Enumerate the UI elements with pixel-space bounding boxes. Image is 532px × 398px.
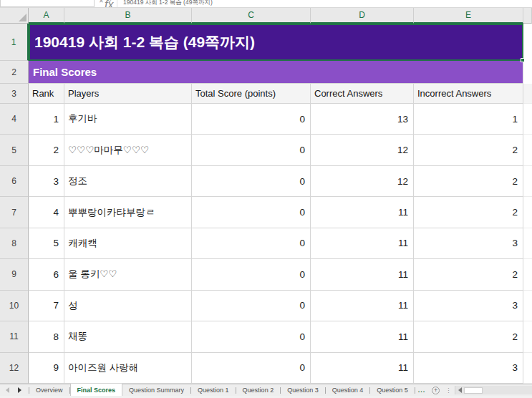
player-cell[interactable]: 캐캐캑 — [64, 228, 192, 259]
add-sheet-button[interactable]: + — [432, 387, 440, 394]
row-header-9[interactable]: 9 — [0, 259, 29, 290]
header-total-score[interactable]: Total Score (points) — [192, 84, 311, 104]
player-cell[interactable]: 울 롱키♡♡ — [64, 259, 192, 290]
tab-question-4[interactable]: Question 4 — [326, 384, 370, 396]
row-header-8[interactable]: 8 — [0, 228, 29, 259]
cell-f1[interactable] — [523, 24, 532, 61]
rank-cell[interactable]: 9 — [29, 353, 64, 384]
incorrect-cell[interactable]: 3 — [414, 353, 523, 384]
row-header-2[interactable]: 2 — [0, 61, 29, 84]
player-cell[interactable]: 채똥 — [64, 321, 192, 352]
column-header-f-sliver[interactable] — [523, 8, 532, 24]
tab-question-3[interactable]: Question 3 — [281, 384, 325, 396]
score-cell[interactable]: 0 — [192, 104, 311, 135]
score-cell[interactable]: 0 — [192, 353, 311, 384]
correct-cell[interactable]: 11 — [311, 291, 414, 321]
row-header-5[interactable]: 5 — [0, 135, 29, 165]
header-incorrect[interactable]: Incorrect Answers — [414, 84, 523, 104]
formula-input[interactable]: 190419 사회 1-2 복습 (49쪽까지) — [123, 0, 213, 7]
tab-scroll-left-icon[interactable] — [6, 387, 9, 393]
cell-f3[interactable] — [523, 84, 532, 104]
rank-cell[interactable]: 8 — [29, 321, 64, 352]
cell-f[interactable] — [523, 135, 532, 165]
player-cell[interactable]: 뿌뿌랑이카탸부랑ㄹ — [64, 197, 192, 228]
score-cell[interactable]: 0 — [192, 321, 311, 352]
rank-cell[interactable]: 4 — [29, 197, 64, 228]
header-correct[interactable]: Correct Answers — [311, 84, 414, 104]
player-cell[interactable]: 아이즈원 사랑해 — [64, 353, 192, 384]
incorrect-cell[interactable]: 2 — [414, 135, 523, 165]
score-cell[interactable]: 0 — [192, 166, 311, 197]
row-header-4[interactable]: 4 — [0, 104, 29, 135]
name-box[interactable]: A1 — [0, 0, 95, 7]
final-scores-cell[interactable]: Final Scores — [29, 61, 523, 84]
correct-cell[interactable]: 12 — [311, 166, 414, 197]
more-tabs-indicator[interactable]: ... — [415, 384, 429, 396]
cell-f[interactable] — [523, 228, 532, 259]
horizontal-scrollbar[interactable] — [455, 386, 532, 394]
column-header-d[interactable]: D — [311, 8, 414, 24]
rank-cell[interactable]: 1 — [29, 104, 64, 135]
rank-cell[interactable]: 7 — [29, 291, 64, 321]
incorrect-cell[interactable]: 2 — [414, 321, 523, 352]
tab-question-5[interactable]: Question 5 — [370, 384, 415, 396]
correct-cell[interactable]: 11 — [311, 353, 414, 384]
column-header-e[interactable]: E — [414, 8, 523, 24]
column-header-b[interactable]: B — [64, 8, 192, 24]
rank-cell[interactable]: 6 — [29, 259, 64, 290]
cell-f[interactable] — [523, 321, 532, 352]
incorrect-cell[interactable]: 1 — [414, 104, 523, 135]
tab-question-summary[interactable]: Question Summary — [122, 384, 190, 396]
row-header-12[interactable]: 12 — [0, 353, 29, 384]
cell-f[interactable] — [523, 291, 532, 321]
cell-f2[interactable] — [523, 61, 532, 84]
row-header-3[interactable]: 3 — [0, 84, 29, 104]
quiz-title-cell[interactable]: 190419 사회 1-2 복습 (49쪽까지) — [29, 24, 523, 61]
correct-cell[interactable]: 12 — [311, 135, 414, 165]
correct-cell[interactable]: 11 — [311, 228, 414, 259]
row-header-11[interactable]: 11 — [0, 321, 29, 352]
tab-scroll-right-icon[interactable] — [18, 387, 21, 393]
rank-cell[interactable]: 5 — [29, 228, 64, 259]
score-cell[interactable]: 0 — [192, 291, 311, 321]
row-header-6[interactable]: 6 — [0, 166, 29, 197]
score-cell[interactable]: 0 — [192, 259, 311, 290]
cell-f[interactable] — [523, 259, 532, 290]
scroll-left-icon[interactable] — [455, 387, 464, 393]
tabbar-resize-dots-icon[interactable]: ⋮ — [445, 387, 451, 394]
column-header-a[interactable]: A — [29, 8, 64, 24]
scrollbar-thumb[interactable] — [464, 387, 483, 394]
player-cell[interactable]: ♡♡♡마마무♡♡♡ — [64, 135, 192, 165]
player-cell[interactable]: 후기바 — [64, 104, 192, 135]
score-cell[interactable]: 0 — [192, 135, 311, 165]
rank-cell[interactable]: 2 — [29, 135, 64, 165]
select-all-corner[interactable] — [0, 8, 29, 24]
tab-overview[interactable]: Overview — [29, 384, 69, 396]
row-header-1[interactable]: 1 — [0, 24, 29, 61]
correct-cell[interactable]: 11 — [311, 321, 414, 352]
tab-question-1[interactable]: Question 1 — [191, 384, 236, 396]
score-cell[interactable]: 0 — [192, 197, 311, 228]
header-rank[interactable]: Rank — [29, 84, 64, 104]
incorrect-cell[interactable]: 3 — [414, 228, 523, 259]
row-header-10[interactable]: 10 — [0, 291, 29, 321]
score-cell[interactable]: 0 — [192, 228, 311, 259]
correct-cell[interactable]: 13 — [311, 104, 414, 135]
cell-f[interactable] — [523, 197, 532, 228]
player-cell[interactable]: 정조 — [64, 166, 192, 197]
tab-question-2[interactable]: Question 2 — [236, 384, 281, 396]
fx-icon[interactable]: fx — [105, 0, 113, 8]
cell-f[interactable] — [523, 104, 532, 135]
row-header-7[interactable]: 7 — [0, 197, 29, 228]
incorrect-cell[interactable]: 2 — [414, 259, 523, 290]
incorrect-cell[interactable]: 2 — [414, 197, 523, 228]
cell-f[interactable] — [523, 166, 532, 197]
header-players[interactable]: Players — [64, 84, 192, 104]
correct-cell[interactable]: 11 — [311, 197, 414, 228]
column-header-c[interactable]: C — [192, 8, 311, 24]
incorrect-cell[interactable]: 2 — [414, 166, 523, 197]
tab-final-scores[interactable]: Final Scores — [70, 384, 123, 396]
cell-f[interactable] — [523, 353, 532, 384]
rank-cell[interactable]: 3 — [29, 166, 64, 197]
player-cell[interactable]: 성 — [64, 291, 192, 321]
